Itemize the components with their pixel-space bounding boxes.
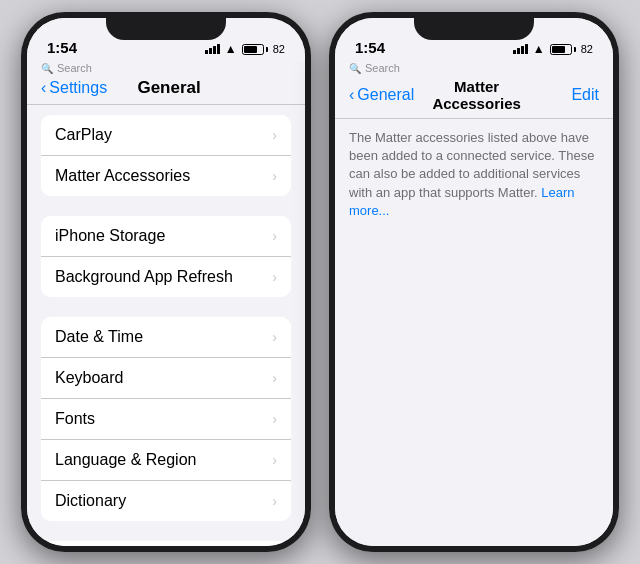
- list-item-date-time[interactable]: Date & Time ›: [41, 317, 291, 358]
- screen-2: 1:54 ▲ 82 🔍: [335, 18, 613, 546]
- list-item-label-date-time: Date & Time: [55, 328, 143, 346]
- section-3: Date & Time › Keyboard › Fonts › Languag…: [27, 317, 305, 521]
- screen-1: 1:54 ▲ 82 🔍: [27, 18, 305, 546]
- nav-title-row-2: ‹ General Matter Accessories Edit: [349, 78, 599, 112]
- chevron-bg-refresh: ›: [272, 269, 277, 285]
- nav-right-2: Edit: [539, 86, 599, 104]
- list-group-1: CarPlay › Matter Accessories ›: [41, 115, 291, 196]
- search-icon-1: 🔍: [41, 63, 53, 74]
- phone-2: 1:54 ▲ 82 🔍: [329, 12, 619, 552]
- phone-1: 1:54 ▲ 82 🔍: [21, 12, 311, 552]
- wifi-icon-2: ▲: [533, 42, 545, 56]
- chevron-keyboard: ›: [272, 370, 277, 386]
- page-title-1: General: [107, 78, 231, 98]
- wifi-icon-1: ▲: [225, 42, 237, 56]
- list-item-label-dictionary: Dictionary: [55, 492, 126, 510]
- search-row-1: 🔍 Search: [41, 62, 291, 74]
- list-item-matter[interactable]: Matter Accessories ›: [41, 156, 291, 196]
- list-item-bg-refresh[interactable]: Background App Refresh ›: [41, 257, 291, 297]
- list-item-label-iphone-storage: iPhone Storage: [55, 227, 165, 245]
- status-icons-2: ▲ 82: [513, 42, 593, 56]
- battery-pct-1: 82: [273, 43, 285, 55]
- search-label-1[interactable]: Search: [57, 62, 92, 74]
- chevron-carplay: ›: [272, 127, 277, 143]
- nav-title-row-1: ‹ Settings General: [41, 78, 291, 98]
- section-4: VPN & Device Management ›: [27, 541, 305, 546]
- section-2: iPhone Storage › Background App Refresh …: [27, 216, 305, 297]
- list-item-keyboard[interactable]: Keyboard ›: [41, 358, 291, 399]
- back-chevron-1: ‹: [41, 80, 46, 96]
- chevron-date-time: ›: [272, 329, 277, 345]
- list-group-4: VPN & Device Management ›: [41, 541, 291, 546]
- content-1: CarPlay › Matter Accessories › iPhone St…: [27, 105, 305, 546]
- list-item-vpn[interactable]: VPN & Device Management ›: [41, 541, 291, 546]
- list-item-label-language: Language & Region: [55, 451, 196, 469]
- battery-icon-1: [242, 44, 268, 55]
- back-label-1: Settings: [49, 79, 107, 97]
- content-2: The Matter accessories listed above have…: [335, 119, 613, 546]
- list-item-label-fonts: Fonts: [55, 410, 95, 428]
- list-item-iphone-storage[interactable]: iPhone Storage ›: [41, 216, 291, 257]
- info-container: The Matter accessories listed above have…: [349, 129, 599, 220]
- signal-icon-1: [205, 44, 220, 54]
- page-title-2: Matter Accessories: [414, 78, 539, 112]
- chevron-dictionary: ›: [272, 493, 277, 509]
- chevron-iphone-storage: ›: [272, 228, 277, 244]
- status-time-1: 1:54: [47, 39, 77, 56]
- list-item-language[interactable]: Language & Region ›: [41, 440, 291, 481]
- chevron-language: ›: [272, 452, 277, 468]
- nav-bar-1: 🔍 Search ‹ Settings General: [27, 62, 305, 105]
- battery-icon-2: [550, 44, 576, 55]
- back-chevron-2: ‹: [349, 87, 354, 103]
- back-button-1[interactable]: ‹ Settings: [41, 79, 107, 97]
- status-time-2: 1:54: [355, 39, 385, 56]
- back-button-2[interactable]: ‹ General: [349, 86, 414, 104]
- list-item-label-bg-refresh: Background App Refresh: [55, 268, 233, 286]
- nav-bar-2: 🔍 Search ‹ General Matter Accessories Ed…: [335, 62, 613, 119]
- list-item-label-keyboard: Keyboard: [55, 369, 124, 387]
- list-item-fonts[interactable]: Fonts ›: [41, 399, 291, 440]
- status-icons-1: ▲ 82: [205, 42, 285, 56]
- notch-2: [414, 12, 534, 40]
- notch-1: [106, 12, 226, 40]
- list-item-carplay[interactable]: CarPlay ›: [41, 115, 291, 156]
- list-group-2: iPhone Storage › Background App Refresh …: [41, 216, 291, 297]
- search-row-2: 🔍 Search: [349, 62, 599, 74]
- signal-icon-2: [513, 44, 528, 54]
- edit-button[interactable]: Edit: [571, 86, 599, 103]
- matter-info-text: The Matter accessories listed above have…: [349, 129, 599, 220]
- battery-pct-2: 82: [581, 43, 593, 55]
- list-item-dictionary[interactable]: Dictionary ›: [41, 481, 291, 521]
- back-label-2: General: [357, 86, 414, 104]
- chevron-fonts: ›: [272, 411, 277, 427]
- search-icon-2: 🔍: [349, 63, 361, 74]
- search-label-2[interactable]: Search: [365, 62, 400, 74]
- list-item-label-carplay: CarPlay: [55, 126, 112, 144]
- section-1: CarPlay › Matter Accessories ›: [27, 115, 305, 196]
- list-group-3: Date & Time › Keyboard › Fonts › Languag…: [41, 317, 291, 521]
- chevron-matter: ›: [272, 168, 277, 184]
- list-item-label-matter: Matter Accessories: [55, 167, 190, 185]
